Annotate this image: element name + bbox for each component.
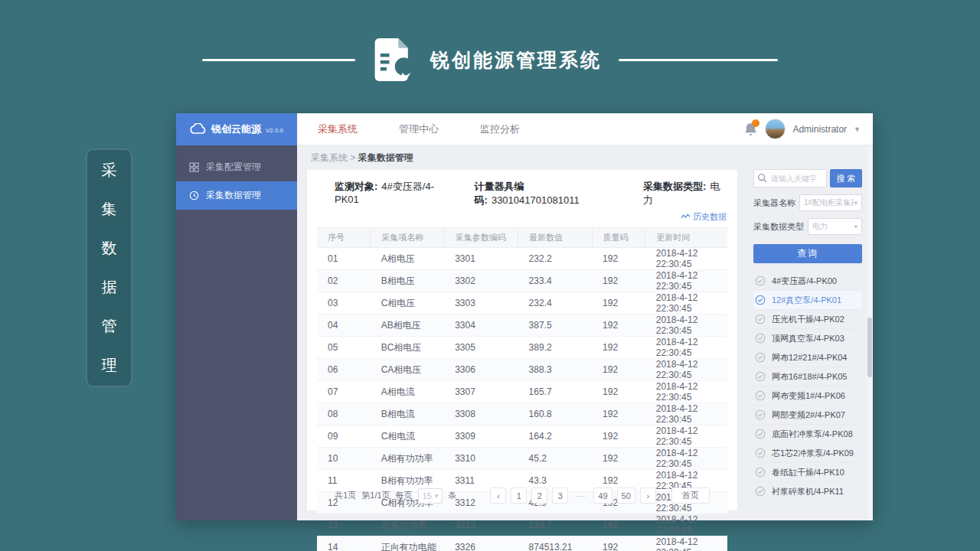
table-cell: A相有功功率 bbox=[371, 448, 444, 470]
user-avatar[interactable] bbox=[765, 119, 786, 139]
query-button[interactable]: 查询 bbox=[753, 244, 862, 263]
device-name: 网布12#21#/4-PK04 bbox=[772, 352, 847, 364]
device-item-5[interactable]: 网布12#21#/4-PK04 bbox=[753, 348, 862, 367]
table-row[interactable]: 01A相电压3301232.21922018-4-12 22:30:45 bbox=[317, 248, 727, 270]
side-tag-char: 管 bbox=[102, 307, 117, 346]
cloud-icon bbox=[190, 123, 207, 135]
page-size-select[interactable]: 15 ▾ bbox=[418, 488, 443, 504]
search-button[interactable]: 搜 索 bbox=[830, 169, 862, 187]
next-page-button[interactable]: › bbox=[640, 487, 656, 504]
device-item-6[interactable]: 网布16#18#/4-PK05 bbox=[753, 367, 862, 386]
table-row[interactable]: 07A相电流3307165.71922018-4-12 22:30:45 bbox=[317, 381, 727, 403]
banner-divider-left bbox=[202, 59, 355, 61]
table-row[interactable]: 13总有功功率3313133.71922018-4-12 22:30:45 bbox=[317, 514, 727, 536]
search-icon bbox=[757, 173, 767, 183]
table-cell: 192 bbox=[592, 248, 645, 270]
device-item-4[interactable]: 顶网真空泵/4-PK03 bbox=[753, 329, 862, 348]
table-cell: 387.5 bbox=[518, 315, 592, 337]
device-item-10[interactable]: 芯1芯2冲浆泵/4-PK09 bbox=[753, 444, 862, 463]
table-cell: 192 bbox=[592, 270, 645, 292]
page-button-50[interactable]: 50 bbox=[617, 487, 635, 504]
table-cell: CA相电压 bbox=[371, 359, 444, 381]
table-row[interactable]: 08B相电流3308160.81922018-4-12 22:30:45 bbox=[317, 403, 727, 425]
table-row[interactable]: 03C相电压3303232.41922018-4-12 22:30:45 bbox=[317, 292, 727, 315]
user-menu-caret-icon[interactable]: ▼ bbox=[854, 126, 861, 133]
table-row[interactable]: 14正向有功电能3326874513.211922018-4-12 22:30:… bbox=[317, 536, 727, 551]
table-cell: 06 bbox=[317, 359, 371, 381]
table-cell: 2018-4-12 22:30:45 bbox=[645, 315, 727, 337]
filter-field-2: 采集数据类型电力▾ bbox=[753, 218, 862, 235]
column-header-5: 质量码 bbox=[592, 228, 645, 248]
table-cell: 192 bbox=[592, 315, 645, 337]
table-row[interactable]: 04AB相电压3304387.51922018-4-12 22:30:45 bbox=[317, 315, 727, 337]
device-name: 衬浆碎浆机/4-PK11 bbox=[772, 486, 844, 497]
table-cell: AB相电压 bbox=[371, 315, 444, 337]
table-row[interactable]: 02B相电压3302233.41922018-4-12 22:30:45 bbox=[317, 270, 727, 292]
device-name: 顶网真空泵/4-PK03 bbox=[772, 333, 844, 344]
side-tag-char: 采 bbox=[102, 151, 117, 190]
device-item-7[interactable]: 网布变频1#/4-PK06 bbox=[753, 386, 862, 406]
logo-name: 锐创云能源 bbox=[211, 122, 261, 136]
page-button-49[interactable]: 49 bbox=[593, 487, 612, 504]
table-row[interactable]: 10A相有功功率331045.21922018-4-12 22:30:45 bbox=[317, 448, 727, 470]
notification-bell-icon[interactable] bbox=[744, 122, 758, 137]
table-cell: 09 bbox=[317, 425, 371, 448]
table-cell: 14 bbox=[317, 536, 371, 551]
field-select[interactable]: 电力▾ bbox=[808, 218, 862, 235]
table-cell: C相电压 bbox=[371, 292, 444, 315]
table-cell: 3313 bbox=[444, 514, 518, 536]
main-row: 监测对象:4#变压器/4-PK01计量器具编码:3301041701081011… bbox=[297, 168, 873, 520]
window-scrollbar[interactable] bbox=[867, 145, 873, 520]
device-item-8[interactable]: 网部变频2#/4-PK07 bbox=[753, 406, 862, 425]
table-cell: 05 bbox=[317, 337, 371, 359]
device-name: 4#变压器/4-PK00 bbox=[772, 276, 837, 287]
table-cell: 192 bbox=[592, 337, 645, 359]
page-button-2[interactable]: 2 bbox=[531, 487, 547, 504]
table-cell: 2018-4-12 22:30:45 bbox=[645, 536, 727, 551]
nav-item-2[interactable]: 管理中心 bbox=[378, 113, 459, 145]
device-name: 网部变频2#/4-PK07 bbox=[772, 409, 845, 421]
grid-icon bbox=[189, 162, 199, 172]
sidebar-item-2[interactable]: 采集数据管理 bbox=[176, 181, 297, 210]
monitor-info-row: 监测对象:4#变压器/4-PK01计量器具编码:3301041701081011… bbox=[307, 170, 737, 209]
scrollbar-thumb[interactable] bbox=[867, 318, 872, 377]
filter-fields: 采集器名称1#配电柜采集器▾采集数据类型电力▾ bbox=[753, 194, 862, 235]
check-circle-icon bbox=[755, 276, 766, 286]
sidebar-item-1[interactable]: 采集配置管理 bbox=[176, 153, 297, 181]
user-name: Administrator bbox=[792, 124, 847, 135]
pagination-summary: 共1页 第1/1页 每页 15 ▾ 条 bbox=[335, 488, 456, 504]
device-name: 12#真空泵/4-PK01 bbox=[772, 295, 841, 306]
device-item-9[interactable]: 底面衬冲浆泵/4-PK08 bbox=[753, 425, 862, 444]
table-cell: 3302 bbox=[444, 270, 518, 292]
device-item-2[interactable]: 12#真空泵/4-PK01 bbox=[753, 291, 862, 310]
first-page-button[interactable]: 首页 bbox=[671, 487, 710, 504]
nav-item-1[interactable]: 采集系统 bbox=[297, 113, 378, 145]
breadcrumb-separator: > bbox=[348, 152, 358, 163]
app-logo[interactable]: 锐创云能源 V2.0.0 bbox=[176, 113, 297, 145]
table-cell: 3309 bbox=[444, 425, 518, 448]
table-row[interactable]: 09C相电流3309164.21922018-4-12 22:30:45 bbox=[317, 425, 727, 448]
check-circle-icon bbox=[755, 295, 766, 305]
table-cell: 192 bbox=[592, 536, 645, 551]
table-row[interactable]: 05BC相电压3305389.21922018-4-12 22:30:45 bbox=[317, 337, 727, 359]
page-button-3[interactable]: 3 bbox=[552, 487, 568, 504]
table-cell: 2018-4-12 22:30:45 bbox=[645, 248, 727, 270]
table-cell: B相电流 bbox=[371, 403, 444, 425]
table-cell: A相电压 bbox=[371, 248, 444, 270]
device-item-12[interactable]: 衬浆碎浆机/4-PK11 bbox=[753, 482, 862, 501]
device-item-1[interactable]: 4#变压器/4-PK00 bbox=[753, 272, 862, 291]
breadcrumb: 采集系统 > 采集数据管理 bbox=[297, 145, 873, 168]
history-data-link[interactable]: 历史数据 bbox=[681, 211, 727, 223]
prev-page-button[interactable]: ‹ bbox=[490, 487, 506, 504]
table-cell: 01 bbox=[317, 248, 371, 270]
device-name: 压光机干燥/4-PK02 bbox=[772, 314, 844, 325]
table-row[interactable]: 06CA相电压3306388.31922018-4-12 22:30:45 bbox=[317, 359, 727, 381]
field-select[interactable]: 1#配电柜采集器▾ bbox=[799, 194, 862, 211]
page-button-1[interactable]: 1 bbox=[511, 487, 527, 504]
device-item-11[interactable]: 卷纸缸干燥/4-PK10 bbox=[753, 463, 862, 482]
table-cell: 133.7 bbox=[518, 514, 592, 536]
device-item-3[interactable]: 压光机干燥/4-PK02 bbox=[753, 310, 862, 329]
breadcrumb-part-1[interactable]: 采集系统 bbox=[311, 152, 348, 163]
nav-item-3[interactable]: 监控分析 bbox=[459, 113, 541, 145]
table-cell: 2018-4-12 22:30:45 bbox=[645, 359, 727, 381]
